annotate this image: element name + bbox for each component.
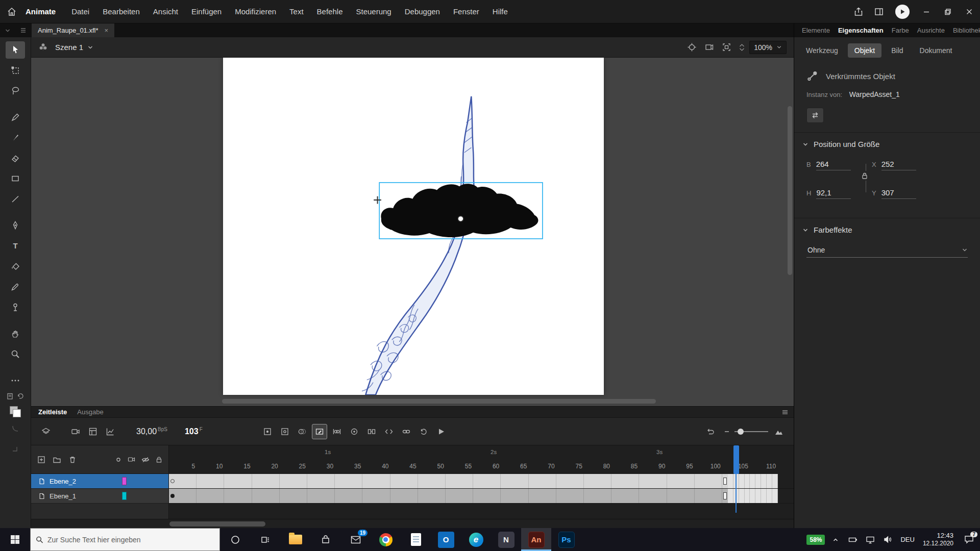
delete-layer-button[interactable] bbox=[68, 456, 77, 464]
pasteboard[interactable] bbox=[31, 58, 794, 406]
edit-symbols-icon[interactable] bbox=[38, 42, 48, 52]
document-tab[interactable]: Anim_Raupe_01.xfl* × bbox=[32, 23, 114, 37]
fluid-brush-tool-button[interactable] bbox=[6, 109, 25, 126]
eyedropper-tool-button[interactable] bbox=[6, 278, 25, 295]
frame-rate-control[interactable]: 30,00BpS bbox=[136, 427, 167, 436]
battery-tray-button[interactable] bbox=[844, 528, 862, 551]
window-minimize-button[interactable] bbox=[916, 0, 937, 23]
layer-depth-button[interactable] bbox=[103, 424, 118, 439]
object-drawing-icon[interactable] bbox=[6, 441, 25, 458]
taskbar-search[interactable] bbox=[30, 528, 220, 551]
outlook-button[interactable]: O bbox=[431, 528, 461, 551]
onion-skin-button[interactable] bbox=[295, 424, 310, 439]
layer-row-ebene-2[interactable]: Ebene_2 bbox=[31, 474, 168, 489]
photoshop-taskbar-button[interactable]: Ps bbox=[551, 528, 581, 551]
eraser-tool-button[interactable] bbox=[6, 149, 25, 167]
add-camera-button[interactable] bbox=[68, 424, 83, 439]
canvas-vertical-scrollbar[interactable] bbox=[788, 106, 792, 275]
rotate-icon[interactable] bbox=[17, 392, 24, 400]
menu-item-datei[interactable]: Datei bbox=[65, 0, 96, 23]
layer-stack-button[interactable] bbox=[38, 424, 54, 439]
current-frame-control[interactable]: 103F bbox=[185, 427, 203, 436]
onenote-button[interactable]: N bbox=[491, 528, 521, 551]
menu-item-fenster[interactable]: Fenster bbox=[447, 0, 486, 23]
timeline-zoom-slider[interactable] bbox=[734, 431, 768, 432]
tab-ausrichten[interactable]: Ausrichte bbox=[914, 27, 948, 34]
taskbar-clock[interactable]: 12:43 12.12.2020 bbox=[919, 532, 958, 547]
share-button[interactable] bbox=[848, 0, 869, 23]
center-stage-button[interactable] bbox=[684, 40, 699, 55]
zoom-tool-button[interactable] bbox=[6, 345, 25, 363]
menu-item-hilfe[interactable]: Hilfe bbox=[486, 0, 514, 23]
tab-elemente[interactable]: Elemente bbox=[798, 27, 834, 34]
fps-value[interactable]: 30,00 bbox=[136, 427, 157, 436]
position-section-header[interactable]: Position und Größe bbox=[794, 132, 980, 148]
swap-symbol-button[interactable] bbox=[806, 108, 824, 123]
line-tool-button[interactable] bbox=[6, 190, 25, 208]
tab-zeitleiste[interactable]: Zeitleiste bbox=[38, 408, 67, 416]
menu-item-debuggen[interactable]: Debuggen bbox=[398, 0, 447, 23]
tab-ausgabe[interactable]: Ausgabe bbox=[77, 408, 103, 416]
rotation-button[interactable] bbox=[702, 40, 716, 55]
paste-in-place-icon[interactable] bbox=[6, 392, 14, 400]
more-tools-button[interactable] bbox=[6, 372, 25, 389]
menu-item-steuerung[interactable]: Steuerung bbox=[349, 0, 398, 23]
insert-keyframe-button[interactable] bbox=[260, 424, 275, 439]
link-layers-button[interactable] bbox=[399, 424, 414, 439]
timeline-zoom-out-button[interactable] bbox=[722, 424, 731, 439]
mode-tab-objekt[interactable]: Objekt bbox=[848, 43, 881, 58]
reset-timeline-zoom-button[interactable] bbox=[703, 424, 718, 439]
playhead[interactable] bbox=[733, 445, 739, 474]
tray-expand-button[interactable] bbox=[827, 528, 844, 551]
loop-button[interactable] bbox=[416, 424, 431, 439]
classic-brush-tool-button[interactable] bbox=[6, 129, 25, 146]
x-value[interactable]: 252 bbox=[881, 160, 916, 170]
advanced-layers-button[interactable] bbox=[85, 424, 101, 439]
layer-row-ebene-1[interactable]: Ebene_1 bbox=[31, 489, 168, 504]
fill-color-chip[interactable] bbox=[13, 409, 21, 417]
selection-tool-button[interactable] bbox=[6, 41, 25, 59]
snap-option-icon[interactable] bbox=[6, 420, 25, 438]
slider-knob[interactable] bbox=[738, 429, 744, 435]
rectangle-tool-button[interactable] bbox=[6, 170, 25, 187]
layer-outline-color-swatch[interactable] bbox=[122, 477, 127, 485]
store-button[interactable] bbox=[310, 528, 340, 551]
text-tool-button[interactable]: T bbox=[6, 237, 25, 255]
tab-list-button[interactable] bbox=[15, 23, 31, 37]
mode-tab-werkzeug[interactable]: Werkzeug bbox=[799, 43, 845, 58]
scrollbar-thumb[interactable] bbox=[169, 521, 265, 527]
layer-outline-color-swatch[interactable] bbox=[122, 492, 127, 500]
color-effect-select[interactable]: Ohne bbox=[806, 242, 968, 258]
frame-area[interactable]: 1s 2s 3s 5 10 15 20 25 bbox=[169, 445, 794, 519]
edge-button[interactable]: e bbox=[461, 528, 491, 551]
outline-color-column-icon[interactable] bbox=[115, 457, 121, 463]
workspace-button[interactable] bbox=[869, 0, 889, 23]
color-effects-section-header[interactable]: Farbeffekte bbox=[794, 218, 980, 234]
auto-keyframe-button[interactable] bbox=[312, 424, 327, 439]
app-menu[interactable]: Animate bbox=[26, 7, 56, 16]
height-value[interactable]: 92,1 bbox=[816, 188, 851, 199]
mail-button[interactable]: 19 bbox=[340, 528, 371, 551]
menu-item-text[interactable]: Text bbox=[283, 0, 310, 23]
volume-tray-button[interactable] bbox=[879, 528, 896, 551]
file-explorer-button[interactable] bbox=[280, 528, 310, 551]
layer-name[interactable]: Ebene_2 bbox=[50, 478, 76, 485]
y-value[interactable]: 307 bbox=[881, 188, 916, 199]
menu-item-bearbeiten[interactable]: Bearbeiten bbox=[96, 0, 146, 23]
zoom-stepper[interactable] bbox=[740, 44, 744, 51]
frame-row-ebene-1[interactable] bbox=[169, 489, 794, 504]
width-value[interactable]: 264 bbox=[816, 160, 851, 170]
menu-item-ansicht[interactable]: Ansicht bbox=[146, 0, 185, 23]
mode-tab-bild[interactable]: Bild bbox=[885, 43, 910, 58]
tab-bibliothek[interactable]: Bibliothek bbox=[949, 27, 980, 34]
asset-warp-tool-button[interactable] bbox=[6, 298, 25, 316]
visibility-column-icon[interactable] bbox=[141, 457, 150, 463]
camera-column-icon[interactable] bbox=[128, 456, 135, 463]
insert-blank-keyframe-button[interactable] bbox=[277, 424, 292, 439]
add-layer-button[interactable] bbox=[37, 456, 45, 464]
timeline-horizontal-scrollbar[interactable] bbox=[31, 519, 794, 528]
hand-tool-button[interactable] bbox=[6, 325, 25, 342]
current-frame-value[interactable]: 103 bbox=[185, 427, 199, 436]
timeline-ruler[interactable]: 1s 2s 3s 5 10 15 20 25 bbox=[169, 445, 794, 474]
tab-collapse-button[interactable] bbox=[0, 23, 15, 37]
